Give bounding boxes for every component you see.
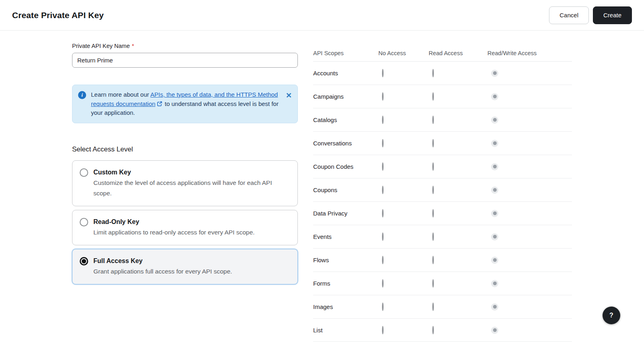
scope-label: List: [313, 327, 378, 334]
radio-dot: [493, 141, 497, 145]
radio-read-access-unselected[interactable]: [432, 69, 434, 77]
scope-row-catalogs: Catalogs: [313, 108, 572, 132]
column-header-api-scopes: API Scopes: [313, 50, 378, 56]
api-key-name-input[interactable]: [72, 53, 298, 68]
radio-dot: [493, 118, 497, 122]
radio-dot: [493, 95, 497, 98]
access-option-custom-key[interactable]: Custom KeyCustomize the level of access …: [72, 160, 298, 206]
scope-cell-read-access: [429, 140, 487, 147]
create-button[interactable]: Create: [593, 6, 632, 24]
page-title: Create Private API Key: [12, 10, 104, 20]
help-button[interactable]: ?: [603, 307, 620, 324]
radio-read-access-unselected[interactable]: [432, 92, 434, 101]
scope-cell-read-write-access: [487, 280, 572, 287]
scopes-table-body: AccountsCampaignsCatalogsConversationsCo…: [313, 62, 572, 342]
access-level-options: Custom KeyCustomize the level of access …: [72, 160, 298, 284]
scopes-table-header: API Scopes No Access Read Access Read/Wr…: [313, 45, 572, 62]
scope-cell-no-access: [378, 70, 429, 77]
scope-label: Coupons: [313, 187, 378, 193]
scope-cell-read-write-access: [487, 70, 572, 77]
scope-cell-read-write-access: [487, 116, 572, 124]
radio-dot: [493, 211, 497, 215]
scope-label: Accounts: [313, 70, 378, 77]
radio-no-access-unselected[interactable]: [382, 116, 384, 124]
scope-label: Catalogs: [313, 116, 378, 123]
radio-dot: [493, 282, 497, 285]
scope-cell-read-access: [429, 163, 487, 170]
scope-cell-read-access: [429, 233, 487, 240]
scope-label: Flows: [313, 257, 378, 263]
access-option-full-access-key[interactable]: Full Access KeyGrant applications full a…: [72, 249, 298, 284]
radio-read-access-unselected[interactable]: [432, 256, 434, 264]
radio-read-access-unselected[interactable]: [432, 209, 434, 218]
scope-cell-no-access: [378, 233, 429, 240]
scope-cell-read-access: [429, 257, 487, 263]
scope-cell-read-access: [429, 187, 487, 193]
cancel-button[interactable]: Cancel: [549, 6, 589, 24]
radio-no-access-unselected[interactable]: [382, 92, 384, 101]
radio-no-access-unselected[interactable]: [382, 303, 384, 311]
scope-cell-no-access: [378, 116, 429, 123]
column-header-no-access: No Access: [378, 50, 429, 56]
scope-cell-no-access: [378, 93, 429, 100]
scope-cell-read-write-access: [487, 257, 572, 264]
scope-cell-read-access: [429, 93, 487, 100]
scope-cell-no-access: [378, 257, 429, 263]
radio-no-access-unselected[interactable]: [382, 139, 384, 147]
column-header-read-write-access: Read/Write Access: [487, 50, 572, 56]
radio-no-access-unselected[interactable]: [382, 69, 384, 77]
scope-row-campaigns: Campaigns: [313, 85, 572, 108]
close-icon[interactable]: ✕: [286, 91, 292, 99]
access-option-description: Limit applications to read-only access f…: [93, 227, 255, 238]
radio-read-write-disabled-selected: [491, 233, 498, 240]
api-scopes-table: API Scopes No Access Read Access Read/Wr…: [313, 45, 572, 342]
access-option-description: Grant applications full access for every…: [93, 266, 232, 277]
scope-cell-read-write-access: [487, 233, 572, 240]
scope-cell-no-access: [378, 327, 429, 334]
radio-dot: [493, 165, 497, 168]
radio-full-access-key-selected[interactable]: [80, 257, 88, 265]
radio-read-write-disabled-selected: [491, 163, 498, 170]
scope-label: Images: [313, 303, 378, 310]
scope-row-conversations: Conversations: [313, 132, 572, 155]
header-actions: Cancel Create: [549, 6, 632, 24]
access-option-read-only-key[interactable]: Read-Only KeyLimit applications to read-…: [72, 210, 298, 245]
scope-row-accounts: Accounts: [313, 62, 572, 85]
key-settings-panel: Private API Key Name* i Learn more about…: [72, 43, 298, 288]
radio-no-access-unselected[interactable]: [382, 256, 384, 264]
access-level-heading: Select Access Level: [72, 145, 298, 153]
radio-read-access-unselected[interactable]: [432, 162, 434, 171]
radio-no-access-unselected[interactable]: [382, 186, 384, 194]
radio-read-write-disabled-selected: [491, 116, 498, 124]
radio-no-access-unselected[interactable]: [382, 279, 384, 288]
radio-read-access-unselected[interactable]: [432, 303, 434, 311]
radio-read-access-unselected[interactable]: [432, 139, 434, 147]
scope-cell-read-write-access: [487, 327, 572, 334]
radio-read-write-disabled-selected: [491, 140, 498, 147]
radio-no-access-unselected[interactable]: [382, 326, 384, 334]
scope-cell-read-write-access: [487, 140, 572, 147]
scope-row-images: Images: [313, 295, 572, 319]
scope-label: Conversations: [313, 140, 378, 147]
radio-read-write-disabled-selected: [491, 303, 498, 311]
scope-cell-read-access: [429, 70, 487, 77]
radio-read-access-unselected[interactable]: [432, 186, 434, 194]
radio-no-access-unselected[interactable]: [382, 209, 384, 218]
radio-no-access-unselected[interactable]: [382, 162, 384, 171]
scope-cell-read-access: [429, 327, 487, 334]
required-asterisk: *: [132, 43, 134, 49]
radio-read-only-key[interactable]: [80, 218, 88, 226]
scope-row-coupons: Coupons: [313, 178, 572, 202]
radio-read-access-unselected[interactable]: [432, 279, 434, 288]
scope-cell-no-access: [378, 187, 429, 193]
radio-read-access-unselected[interactable]: [432, 116, 434, 124]
radio-read-access-unselected[interactable]: [432, 232, 434, 241]
radio-read-write-disabled-selected: [491, 187, 498, 194]
radio-no-access-unselected[interactable]: [382, 232, 384, 241]
radio-read-write-disabled-selected: [491, 280, 498, 287]
scope-row-flows: Flows: [313, 249, 572, 272]
radio-read-access-unselected[interactable]: [432, 326, 434, 334]
scope-cell-read-write-access: [487, 163, 572, 170]
radio-custom-key[interactable]: [80, 168, 88, 177]
radio-dot: [493, 328, 497, 332]
